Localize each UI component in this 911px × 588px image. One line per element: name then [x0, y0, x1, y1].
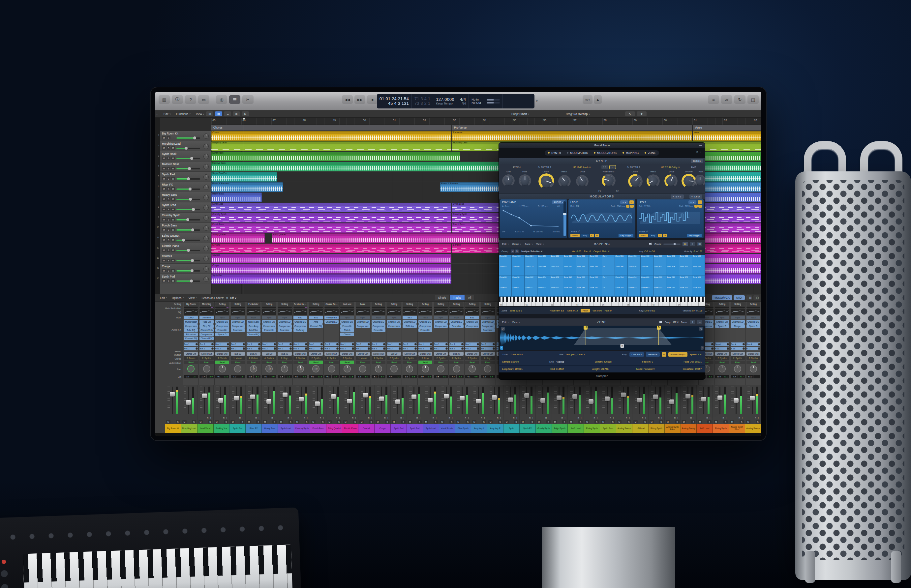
strip-setting[interactable]: Classic Fu…: [324, 302, 338, 306]
audio-fx-slot[interactable]: Channel EQ: [434, 320, 448, 324]
regions-view-icon[interactable]: ▤: [215, 111, 222, 116]
region[interactable]: Pre-verse: [452, 131, 692, 141]
volume-slider[interactable]: [176, 229, 200, 231]
mute-button[interactable]: M: [617, 420, 621, 423]
mute-button[interactable]: M: [162, 208, 166, 211]
fader-cap[interactable]: [331, 394, 336, 399]
filter2-type[interactable]: HP 12dB Gritty ∨: [661, 166, 680, 169]
fader-cap[interactable]: [573, 394, 577, 399]
zone-cell[interactable]: Zone 436: [628, 255, 641, 265]
zone-audition-icon[interactable]: [659, 321, 663, 323]
group-slot[interactable]: 1: Vocals: [215, 356, 229, 360]
mute-button[interactable]: M: [343, 420, 348, 423]
record-input-buttons[interactable]: R I: [536, 417, 552, 419]
lfo2-key-trigger-button[interactable]: Key Trigger: [618, 234, 633, 237]
audio-fx-slot[interactable]: Channel EQ: [293, 320, 307, 324]
tab-mapping[interactable]: MAPPING: [623, 151, 639, 155]
zone-cell[interactable]: Zone 178: [550, 276, 563, 286]
record-input-buttons[interactable]: R I: [729, 417, 745, 419]
zone-cell[interactable]: Zone 88: [499, 255, 512, 265]
automation-slot[interactable]: Read: [278, 360, 291, 364]
fader-strip[interactable]: R IMS: [471, 385, 487, 424]
solo-button[interactable]: S: [192, 420, 196, 423]
mute-button[interactable]: M: [199, 420, 203, 423]
pan-knob[interactable]: [204, 276, 209, 282]
audio-fx-slot[interactable]: Space D: [215, 333, 229, 336]
strip-setting[interactable]: Setting: [215, 302, 229, 306]
audio-fx-slot[interactable]: Channel EQ: [184, 336, 198, 340]
fader-track-label[interactable]: Synth Pad: [230, 424, 246, 433]
strip-pan-knob[interactable]: -15: [297, 365, 304, 372]
fader-strip[interactable]: R IMS: [327, 385, 343, 424]
audio-fx-slot[interactable]: Compressor: [387, 324, 401, 328]
record-input-buttons[interactable]: R I: [681, 417, 697, 419]
send-slot[interactable]: Bus 4: [731, 342, 744, 346]
audio-fx-slot[interactable]: Ensemble: [278, 328, 291, 332]
loop-region[interactable]: ↺ ↻ ✕: [586, 328, 659, 345]
solo-button[interactable]: S: [756, 420, 760, 423]
fine-knob[interactable]: [520, 176, 530, 186]
zone-cell[interactable]: Zone 467: [641, 265, 654, 276]
send-slot[interactable]: Bus 1: [324, 342, 338, 346]
loop-start[interactable]: Loop Start: 169801: [502, 367, 523, 370]
fader-strip[interactable]: R IMS: [197, 385, 214, 424]
output-slot[interactable]: Stereo Out: [715, 352, 729, 355]
eq-thumbnail[interactable]: [746, 309, 761, 315]
send-slot[interactable]: Bus 1: [293, 342, 307, 346]
group-slot[interactable]: 3: Drums: [184, 356, 198, 360]
output-slot[interactable]: Stereo Out: [746, 352, 761, 355]
add-lfo-button[interactable]: + LFO: [689, 194, 702, 199]
input-slot[interactable]: DMD: [184, 316, 198, 319]
automation-slot[interactable]: Read: [731, 360, 744, 364]
record-input-buttons[interactable]: R I: [423, 417, 439, 419]
track-header-9[interactable]: 9Crunchy SynthMSR: [160, 213, 211, 223]
mute-button[interactable]: M: [633, 420, 638, 423]
scroll-right-tab[interactable]: ‹: [701, 346, 704, 350]
automation-slot[interactable]: Read: [356, 360, 370, 364]
send-slot[interactable]: Bus 2: [418, 347, 432, 351]
input-slot[interactable]: Input: [418, 316, 432, 319]
mapping-zoom-slider[interactable]: [663, 244, 681, 245]
lcd-time-signature[interactable]: 4/4: [460, 97, 466, 102]
zone-cell[interactable]: Zone 393: [615, 286, 628, 296]
fader-strip[interactable]: R IMS: [262, 385, 278, 424]
zone-cell[interactable]: Zone 250: [576, 276, 589, 286]
zone-cell[interactable]: Zone 578: [679, 276, 692, 286]
record-input-buttons[interactable]: R I: [439, 417, 455, 419]
mute-button[interactable]: M: [649, 420, 654, 423]
editors-icon[interactable]: ✂: [242, 95, 254, 104]
pan-knob[interactable]: [204, 215, 209, 221]
eq-thumbnail[interactable]: [356, 309, 370, 315]
solo-button[interactable]: S: [167, 187, 170, 191]
volume-slider[interactable]: [176, 240, 200, 241]
strip-setting[interactable]: Morphing: [199, 302, 213, 306]
zone-cell[interactable]: Zone 249: [576, 286, 589, 296]
zone-cell[interactable]: Zone 98: [512, 276, 524, 286]
send-slot[interactable]: Bus 2: [356, 347, 370, 351]
audio-fx-slot[interactable]: Channel EQ: [262, 320, 276, 324]
pan-knob[interactable]: [204, 154, 209, 159]
fader-strip[interactable]: R IMS: [584, 385, 600, 424]
input-slot[interactable]: Input: [434, 316, 448, 319]
zone-cell[interactable]: Zo…: [602, 286, 615, 296]
solo-button[interactable]: S: [562, 420, 566, 423]
audio-fx-slot[interactable]: Compressor: [262, 324, 276, 328]
audio-fx-slot[interactable]: Ensemble: [215, 328, 229, 332]
fader-strip[interactable]: R IMS: [407, 385, 423, 424]
input-slot[interactable]: Alchemy: [199, 316, 213, 319]
send-slot[interactable]: Bus 2: [262, 347, 276, 351]
sample-start[interactable]: Sample Start: 0: [502, 360, 519, 363]
inspector-icon[interactable]: ⓘ: [172, 95, 183, 104]
lcd-time[interactable]: 01:01:24:21.54: [380, 97, 409, 101]
strip-pan-knob[interactable]: [718, 365, 726, 372]
automation-slot[interactable]: Read: [340, 360, 354, 364]
add-env-button[interactable]: + ENV: [671, 194, 684, 199]
fader-track-label[interactable]: Backing Vox: [214, 424, 230, 433]
record-input-buttons[interactable]: R I: [633, 417, 648, 419]
fader-strip[interactable]: R IMS: [633, 385, 649, 424]
strip-setting[interactable]: Funkulator: [247, 302, 261, 306]
send-slot[interactable]: Bus 2: [278, 347, 291, 351]
fader-cap[interactable]: [605, 396, 610, 401]
audio-fx-slot[interactable]: ChromaVerb: [199, 328, 213, 332]
zone-cell[interactable]: Zone 85: [499, 286, 512, 296]
